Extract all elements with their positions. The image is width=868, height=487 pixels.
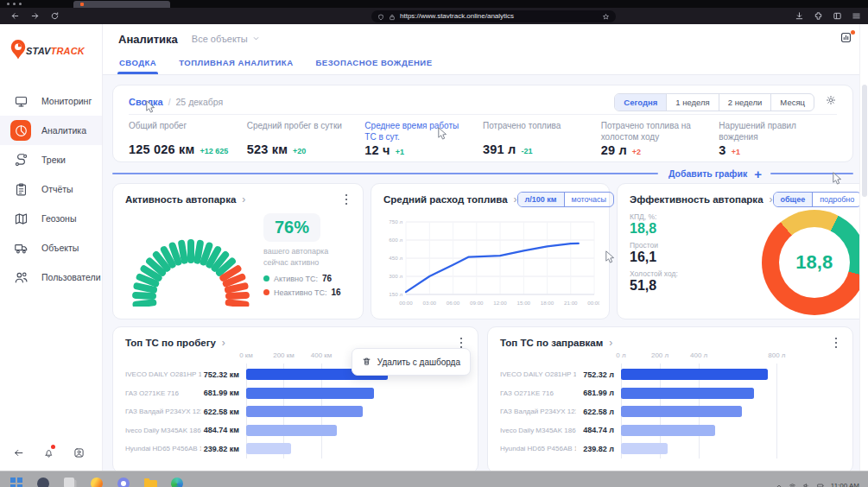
efficiency-mode-toggle: общееподробно <box>773 192 859 207</box>
period-button-1[interactable]: 1 неделя <box>667 94 719 111</box>
collapse-back-icon[interactable] <box>13 446 24 462</box>
svg-text:150 л: 150 л <box>389 291 402 297</box>
bar-fill[interactable] <box>621 369 768 380</box>
file-explorer-icon[interactable] <box>144 478 157 487</box>
tab-1[interactable]: ТОПЛИВНАЯ АНАЛИТИКА <box>179 54 293 74</box>
window-controls[interactable] <box>7 3 22 5</box>
page-scrollbar[interactable] <box>859 24 868 471</box>
summary-date: 25 декабря <box>176 97 224 107</box>
stat-label[interactable]: Среднее время работы ТС в сут. <box>364 121 472 142</box>
bar-fill[interactable] <box>621 443 668 454</box>
gear-icon[interactable] <box>825 94 837 110</box>
tab-0[interactable]: СВОДКА <box>119 54 156 74</box>
firefox-taskbar-icon[interactable] <box>91 478 104 487</box>
lock-icon[interactable] <box>389 9 396 24</box>
bar-track <box>621 425 835 436</box>
breadcrumb-separator: / <box>168 98 171 107</box>
sidebar-item-5[interactable]: Объекты <box>0 233 102 262</box>
stats-row: Общий пробег125 026 км+12 625Средний про… <box>129 121 837 157</box>
vehicle-label: ГАЗ O271KE 716 <box>500 389 576 397</box>
scrollbar-thumb[interactable] <box>862 85 867 197</box>
card-link-arrow[interactable]: › <box>242 193 245 206</box>
add-chart-button[interactable]: Добавить график <box>668 168 747 179</box>
notification-dot <box>51 445 55 449</box>
sidebar-item-3[interactable]: Отчёты <box>0 174 102 204</box>
browser-tab[interactable] <box>73 1 170 8</box>
fleet-activity-gauge <box>125 220 257 307</box>
forward-icon[interactable] <box>30 11 40 21</box>
wifi-icon[interactable] <box>789 478 796 487</box>
news-updates-icon[interactable] <box>839 31 854 46</box>
vehicle-label: Iveco Daily M345AK 186 <box>125 427 201 434</box>
kebab-menu-icon[interactable] <box>832 336 841 351</box>
volume-icon[interactable] <box>802 478 810 487</box>
reload-icon[interactable] <box>50 11 60 21</box>
bar-fill[interactable] <box>621 388 754 399</box>
sidebar-item-6[interactable]: Пользователи <box>0 262 102 292</box>
table-row: ГАЗ Валдай Р234УХ 121622.58 л <box>500 402 835 421</box>
stat-value: 125 026 км <box>129 142 194 156</box>
vehicle-value: 681.99 л <box>576 389 621 397</box>
bar-fill[interactable] <box>621 425 715 436</box>
app-taskbar-icon[interactable] <box>117 478 130 487</box>
bar-fill[interactable] <box>246 425 337 436</box>
card-link-arrow[interactable]: › <box>222 337 225 349</box>
back-icon[interactable] <box>10 11 20 21</box>
legend-item-0: Активно ТС:76 <box>263 274 351 283</box>
donut-hole: 18,8 <box>779 227 850 298</box>
objects-filter-dropdown[interactable]: Все объекты <box>192 34 260 44</box>
bar-track <box>246 443 460 454</box>
sidebar-nav: МониторингАналитикаТрекиОтчётыГеозоныОбъ… <box>0 86 102 292</box>
fuel-toggle-0[interactable]: л/100 км <box>518 193 564 206</box>
edge-taskbar-icon[interactable] <box>171 478 184 487</box>
tab-2[interactable]: БЕЗОПАСНОЕ ВОЖДЕНИЕ <box>316 54 433 74</box>
efficiency-toggle-0[interactable]: общее <box>774 193 813 206</box>
legend-label: Активно ТС: <box>274 275 318 283</box>
card-link-arrow[interactable]: › <box>609 337 612 349</box>
start-button-icon[interactable] <box>10 478 23 487</box>
logo[interactable]: STAVTRACK <box>9 38 102 64</box>
browser-toolbar: https://www.stavtrack.online/analytics <box>0 8 868 24</box>
sidebar-item-2[interactable]: Треки <box>0 145 102 174</box>
sidebar-item-4[interactable]: Геозоны <box>0 204 102 233</box>
taskbar-clock[interactable]: 11:00 AM <box>831 482 859 487</box>
page-title: Аналитика <box>118 33 178 46</box>
battery-icon[interactable] <box>816 478 825 487</box>
plus-icon[interactable]: + <box>754 168 762 180</box>
period-button-3[interactable]: Месяц <box>771 94 814 111</box>
bar-fill[interactable] <box>246 406 363 417</box>
efficiency-metric-label: Простои <box>630 241 706 250</box>
downloads-icon[interactable] <box>795 11 804 21</box>
bar-fill[interactable] <box>621 406 742 417</box>
efficiency-metric-value: 16,1 <box>630 250 706 265</box>
search-taskbar-icon[interactable] <box>37 478 50 487</box>
task-view-icon[interactable] <box>64 478 77 487</box>
url-text[interactable]: https://www.stavtrack.online/analytics <box>400 12 602 20</box>
bar-fill[interactable] <box>246 443 291 454</box>
bar-fill[interactable] <box>246 388 374 399</box>
url-bar[interactable]: https://www.stavtrack.online/analytics <box>371 10 616 22</box>
kebab-menu-icon[interactable] <box>342 193 352 207</box>
notifications-bell-icon[interactable] <box>43 446 54 462</box>
breadcrumb[interactable]: Сводка <box>129 97 163 107</box>
users-icon <box>10 267 31 288</box>
sidebar-item-label: Отчёты <box>41 184 73 194</box>
account-icon[interactable] <box>73 446 85 462</box>
sidebar-item-1[interactable]: Аналитика <box>0 116 102 145</box>
svg-text:15:00: 15:00 <box>517 300 531 306</box>
menu-hamburger-icon[interactable] <box>852 11 861 21</box>
sidebar-item-0[interactable]: Мониторинг <box>0 86 102 116</box>
extensions-icon[interactable] <box>814 11 823 21</box>
fuel-toggle-1[interactable]: моточасы <box>564 193 614 206</box>
period-button-2[interactable]: 2 недели <box>719 94 772 111</box>
bookmark-star-icon[interactable] <box>602 9 610 24</box>
logo-text-stav: STAV <box>26 46 51 56</box>
period-button-0[interactable]: Сегодня <box>615 94 667 111</box>
stat-label: Потрачено топлива на холостом ходу <box>601 121 709 142</box>
shield-icon[interactable] <box>377 9 384 24</box>
efficiency-toggle-1[interactable]: подробно <box>812 193 859 206</box>
tray-chevron-icon[interactable] <box>776 478 782 487</box>
sidebar-panel-icon[interactable] <box>833 11 842 21</box>
logo-text-track: TRACK <box>51 46 86 56</box>
delete-from-dashboard-menu-item[interactable]: Удалить с дашборда <box>352 348 471 376</box>
